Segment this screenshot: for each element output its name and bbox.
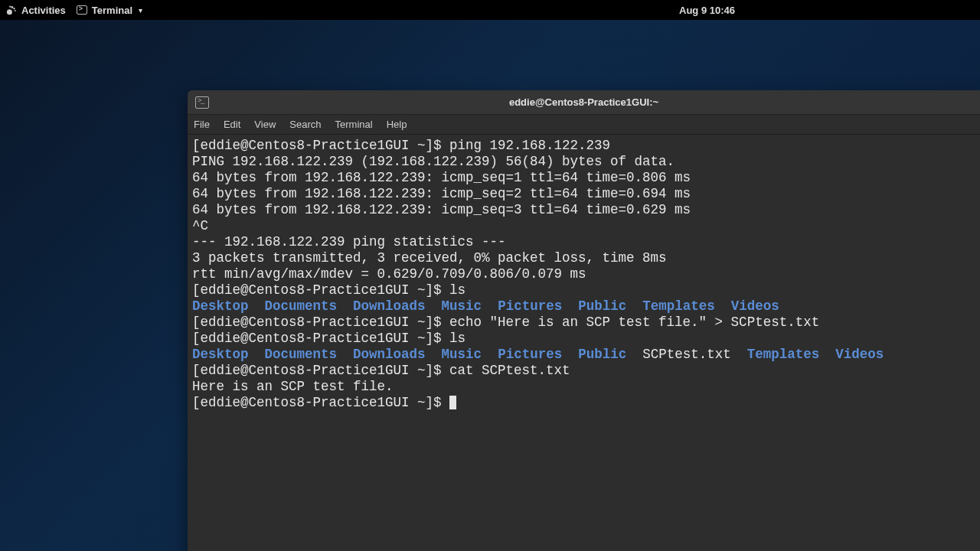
menu-search[interactable]: Search	[289, 119, 321, 130]
dir-entry: Templates	[747, 347, 820, 362]
dir-entry: Music	[442, 298, 482, 314]
menu-help[interactable]: Help	[387, 119, 407, 130]
app-menu[interactable]: Terminal ▾	[77, 5, 142, 16]
dir-entry: Pictures	[498, 347, 562, 362]
cmd-text: cat SCPtest.txt	[449, 363, 570, 378]
svg-point-3	[15, 10, 16, 11]
activities-label: Activities	[21, 5, 66, 16]
window-title: eddie@Centos8-Practice1GUI:~	[509, 96, 658, 108]
dir-entry: Desktop	[192, 347, 249, 362]
menubar: File Edit View Search Terminal Help	[188, 115, 980, 135]
dir-entry: Downloads	[353, 298, 426, 314]
chevron-down-icon: ▾	[139, 6, 142, 15]
dir-entry: Music	[442, 347, 482, 362]
terminal-app-icon	[195, 96, 209, 109]
menu-terminal[interactable]: Terminal	[335, 119, 373, 130]
prompt: [eddie@Centos8-Practice1GUI ~]$	[192, 282, 449, 298]
terminal-body[interactable]: [eddie@Centos8-Practice1GUI ~]$ ping 192…	[188, 135, 980, 551]
output-line: rtt min/avg/max/mdev = 0.629/0.709/0.806…	[192, 266, 586, 282]
dir-entry: Downloads	[353, 347, 426, 362]
dir-entry: Public	[578, 347, 626, 362]
output-line: --- 192.168.122.239 ping statistics ---	[192, 234, 506, 249]
menu-file[interactable]: File	[194, 119, 210, 130]
svg-point-0	[7, 9, 12, 15]
prompt: [eddie@Centos8-Practice1GUI ~]$	[192, 315, 449, 330]
prompt: [eddie@Centos8-Practice1GUI ~]$	[192, 395, 449, 410]
window-titlebar[interactable]: eddie@Centos8-Practice1GUI:~	[188, 90, 980, 115]
output-line: 64 bytes from 192.168.122.239: icmp_seq=…	[192, 202, 691, 217]
activities-button[interactable]: Activities	[6, 5, 66, 16]
prompt: [eddie@Centos8-Practice1GUI ~]$	[192, 331, 449, 346]
svg-point-1	[11, 6, 13, 8]
svg-point-2	[13, 8, 15, 9]
clock-label: Aug 9 10:46	[679, 5, 735, 16]
dir-entry: Templates	[642, 298, 715, 314]
dir-entry: Documents	[265, 298, 338, 314]
terminal-icon	[77, 5, 87, 15]
dir-entry: Videos	[731, 298, 779, 314]
cmd-text: ping 192.168.122.239	[449, 138, 610, 153]
menu-view[interactable]: View	[254, 119, 276, 130]
output-line: 3 packets transmitted, 3 received, 0% pa…	[192, 250, 667, 266]
cmd-text: ls	[449, 282, 466, 298]
dir-entry: Videos	[835, 347, 884, 362]
prompt: [eddie@Centos8-Practice1GUI ~]$	[192, 363, 449, 378]
output-line: 64 bytes from 192.168.122.239: icmp_seq=…	[192, 186, 691, 201]
file-entry: SCPtest.txt	[642, 347, 731, 362]
cursor	[449, 396, 456, 409]
terminal-window: eddie@Centos8-Practice1GUI:~ File Edit V…	[188, 90, 980, 551]
dir-entry: Documents	[265, 347, 338, 362]
dir-entry: Public	[578, 298, 626, 314]
cmd-text: ls	[449, 331, 466, 346]
cmd-text: echo "Here is an SCP test file." > SCPte…	[449, 315, 819, 330]
dir-entry: Pictures	[498, 298, 562, 314]
gnome-foot-icon	[6, 5, 17, 15]
svg-point-4	[9, 5, 11, 7]
output-line: ^C	[192, 218, 208, 233]
dir-entry: Desktop	[192, 298, 249, 314]
clock[interactable]: Aug 9 10:46	[679, 5, 735, 16]
output-line: PING 192.168.122.239 (192.168.122.239) 5…	[192, 154, 675, 169]
app-name-label: Terminal	[92, 5, 132, 16]
menu-edit[interactable]: Edit	[224, 119, 240, 130]
output-line: 64 bytes from 192.168.122.239: icmp_seq=…	[192, 170, 691, 185]
prompt: [eddie@Centos8-Practice1GUI ~]$	[192, 138, 449, 153]
output-line: Here is an SCP test file.	[192, 379, 394, 394]
gnome-topbar: Activities Terminal ▾ Aug 9 10:46	[0, 0, 980, 20]
